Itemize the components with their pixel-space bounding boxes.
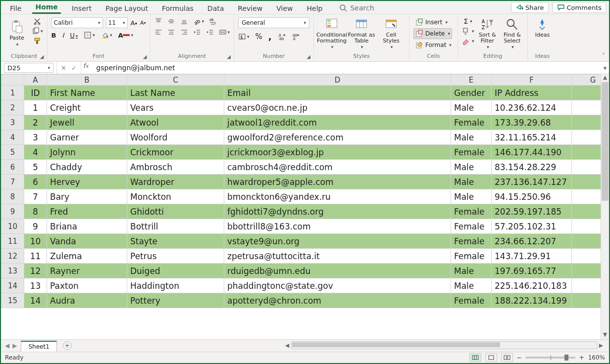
row-header[interactable]: 10	[1, 219, 24, 234]
cell[interactable]: ID	[24, 86, 47, 100]
accounting-format-button[interactable]: $▾	[238, 33, 250, 41]
format-painter-button[interactable]	[32, 37, 43, 45]
align-middle-button[interactable]	[167, 17, 175, 25]
cell[interactable]: Male	[451, 100, 492, 115]
row-header[interactable]: 12	[1, 249, 24, 264]
cell[interactable]: Email	[224, 86, 451, 100]
cell[interactable]: 13	[24, 278, 47, 293]
enter-formula-button[interactable]: ✓	[71, 64, 77, 72]
page-break-view-button[interactable]	[501, 353, 513, 362]
cell[interactable]: Male	[451, 160, 492, 175]
col-header-D[interactable]: D	[224, 75, 451, 86]
cell[interactable]: Vears	[127, 100, 224, 115]
cell[interactable]: jatwool1@reddit.com	[224, 115, 451, 130]
tab-page-layout[interactable]: Page Layout	[99, 2, 155, 14]
cell[interactable]: 173.39.29.68	[492, 115, 572, 130]
scroll-left-button[interactable]: ◀	[283, 342, 291, 349]
cell[interactable]: Vanda	[47, 234, 127, 249]
select-all-corner[interactable]	[1, 75, 24, 86]
cell[interactable]: 12	[24, 264, 47, 278]
col-header-A[interactable]: A	[24, 75, 47, 86]
fx-icon[interactable]: fx	[81, 62, 93, 74]
cell-styles-button[interactable]: Cell Styles▾	[377, 17, 405, 50]
underline-button[interactable]: U▾	[70, 32, 78, 39]
cell[interactable]: Haddington	[127, 278, 224, 293]
copy-button[interactable]: ▾	[32, 27, 43, 35]
cell[interactable]: hwardroper5@apple.com	[224, 175, 451, 189]
cancel-formula-button[interactable]: ✕	[61, 64, 66, 72]
ideas-button[interactable]: Ideas	[532, 17, 553, 38]
cell[interactable]: Last Name	[127, 86, 224, 100]
cell[interactable]: 1	[24, 100, 47, 115]
cell[interactable]: 237.136.147.127	[492, 175, 572, 189]
cell[interactable]: 14	[24, 293, 47, 308]
cell[interactable]: cambrosch4@reddit.com	[224, 160, 451, 175]
comma-format-button[interactable]: ,	[268, 31, 272, 42]
cell[interactable]: 9	[24, 219, 47, 234]
italic-button[interactable]: I	[62, 32, 64, 39]
cell[interactable]: 197.69.165.77	[492, 264, 572, 278]
cell[interactable]: Female	[451, 293, 492, 308]
hscroll-thumb[interactable]	[292, 342, 500, 347]
sort-filter-button[interactable]: AZ Sort & Filter▾	[476, 17, 499, 50]
borders-button[interactable]: ▾	[84, 31, 95, 39]
cell[interactable]: apotteryd@chron.com	[224, 293, 451, 308]
row-header[interactable]: 9	[1, 204, 24, 219]
name-box[interactable]: D25▾	[4, 63, 53, 73]
collapse-ribbon-button[interactable]: ˄	[602, 52, 605, 59]
cell[interactable]: Wardroper	[127, 175, 224, 189]
row-header[interactable]: 5	[1, 145, 24, 160]
cell[interactable]: Hervey	[47, 175, 127, 189]
align-bottom-button[interactable]	[180, 17, 188, 25]
scroll-down-button[interactable]: ▼	[601, 331, 609, 339]
cell[interactable]: zpetrusa@tuttocitta.it	[224, 249, 451, 264]
cell[interactable]: 10	[24, 234, 47, 249]
cell[interactable]: rduigedb@umn.edu	[224, 264, 451, 278]
cell[interactable]: jcrickmoor3@exblog.jp	[224, 145, 451, 160]
tab-insert[interactable]: Insert	[65, 2, 99, 14]
number-dialog-launcher[interactable]: ◢	[306, 54, 310, 59]
normal-view-button[interactable]	[469, 353, 481, 362]
tab-help[interactable]: Help	[300, 2, 329, 14]
cell[interactable]: 8	[24, 204, 47, 219]
align-center-button[interactable]	[167, 28, 175, 36]
cell[interactable]: Male	[451, 189, 492, 204]
cell[interactable]: Jolynn	[47, 145, 127, 160]
cell[interactable]: Female	[451, 115, 492, 130]
cell[interactable]: Atwool	[127, 115, 224, 130]
cell[interactable]: cvears0@ocn.ne.jp	[224, 100, 451, 115]
alignment-dialog-launcher[interactable]: ◢	[227, 54, 231, 59]
new-sheet-button[interactable]: +	[63, 341, 72, 350]
col-header-E[interactable]: E	[451, 75, 492, 86]
cell[interactable]: 94.15.250.96	[492, 189, 572, 204]
tab-home[interactable]: Home	[28, 1, 64, 14]
cell[interactable]: 202.59.197.185	[492, 204, 572, 219]
font-color-button[interactable]: A▾	[118, 32, 133, 39]
paste-button[interactable]: Paste ▾	[5, 17, 29, 49]
cell[interactable]: fghidotti7@dyndns.org	[224, 204, 451, 219]
increase-decimal-button[interactable]: .0.00	[278, 33, 286, 41]
cell[interactable]: Garner	[47, 130, 127, 145]
zoom-in-button[interactable]: +	[579, 354, 584, 361]
cut-button[interactable]	[32, 17, 43, 25]
format-as-table-button[interactable]: Format as Table▾	[348, 17, 375, 50]
page-layout-view-button[interactable]	[485, 353, 497, 362]
cell[interactable]: Woolford	[127, 130, 224, 145]
cell[interactable]: Female	[451, 204, 492, 219]
sheet-nav-next-button[interactable]: ▶	[12, 342, 17, 349]
tell-me-search[interactable]: Search	[339, 4, 374, 14]
cell[interactable]: Female	[451, 234, 492, 249]
cell[interactable]: phaddingtonc@state.gov	[224, 278, 451, 293]
zoom-level[interactable]: 160%	[588, 354, 605, 361]
grid[interactable]: A B C D E F G 1 ID First Name Last Name …	[1, 74, 609, 339]
fill-button[interactable]: ▾	[462, 27, 474, 35]
cell[interactable]: 10.236.62.124	[492, 100, 572, 115]
row-header[interactable]: 15	[1, 293, 24, 308]
conditional-formatting-button[interactable]: Conditional Formatting▾	[318, 17, 346, 50]
cell[interactable]: Ghidotti	[127, 204, 224, 219]
insert-cells-button[interactable]: Insert▾	[413, 17, 450, 27]
cell[interactable]: vstayte9@un.org	[224, 234, 451, 249]
cell[interactable]: Female	[451, 219, 492, 234]
row-header[interactable]: 13	[1, 264, 24, 278]
row-header[interactable]: 2	[1, 100, 24, 115]
